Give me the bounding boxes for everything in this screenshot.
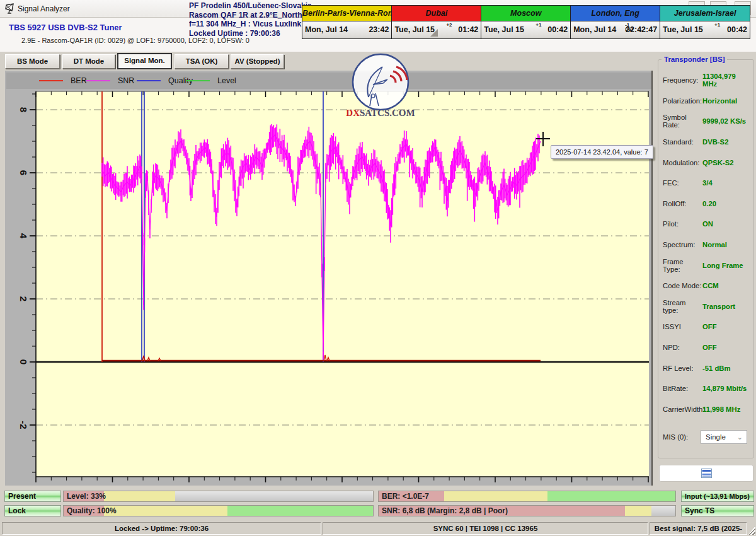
ts-list-icon [701, 469, 712, 478]
legend-label: Level [217, 76, 236, 85]
meter-segment [444, 491, 548, 501]
svg-text:0: 0 [18, 359, 29, 364]
crosshair-cursor [536, 138, 550, 139]
transponder-row: ISSYI OFF [663, 317, 751, 337]
transponder-label: RollOff: [663, 200, 702, 207]
transponder-row: Polarization: Horizontal [663, 91, 751, 112]
transponder-label: BitRate: [663, 385, 702, 392]
tab-av[interactable]: AV (Stopped) [231, 54, 284, 69]
transponder-value: -51 dBm [702, 364, 731, 372]
clock-date: Tue, Jul 15 [394, 25, 435, 34]
clock-city-label: London, Eng [571, 6, 660, 21]
svg-text:-2: -2 [18, 421, 29, 429]
transponder-row: BitRate: 14,879 Mbit/s [663, 378, 751, 399]
level-meter: Level: 33% [63, 491, 374, 502]
clock-time: 22:42:47 [626, 25, 657, 34]
transponder-label: CarrierWidth: [663, 405, 702, 413]
transponder-value: 0.20 [702, 200, 716, 207]
tab-tsa[interactable]: TSA (OK) [175, 54, 229, 69]
tab-signal-mon[interactable]: Signal Mon. [117, 53, 172, 69]
site-line: Locked Uptime : 79:00:36 [189, 29, 312, 38]
mis-selected-value: Single [706, 433, 726, 441]
transponder-row: Pilot: ON [663, 214, 751, 235]
clock-resize-grip[interactable] [430, 29, 438, 37]
transponder-label: Modulation: [663, 159, 702, 166]
transponder-value: Horizontal [702, 97, 737, 105]
clock-date: Mon, Jul 14 [305, 25, 348, 34]
svg-text:4: 4 [18, 233, 29, 239]
tab-bs-mode[interactable]: BS Mode [5, 54, 60, 69]
status-sync-counters: SYNC 60 | TEI 1098 | CC 13965 [323, 522, 648, 535]
window-title: Signal Analyzer [18, 4, 70, 13]
clock-time: 00:42 [547, 25, 568, 34]
ber-meter-label: BER: <1.0E-7 [382, 492, 429, 501]
clock-time: 23:42 [369, 25, 389, 34]
sync-ts-indicator: Sync TS [681, 505, 754, 516]
transponder-value: 9999,02 KS/s [702, 117, 746, 125]
clock-utc-offset: +1 [536, 22, 541, 27]
legend-item-snr: SNR [86, 73, 134, 89]
transponder-row: FEC: 3/4 [663, 173, 751, 194]
site-info-block: PF Prodelin 450/Lučenec-Slovakia Rascom … [189, 1, 312, 38]
clock-time-row: Tue, Jul 15 +1 00:42 [481, 21, 570, 38]
transponder-value: Long Frame [702, 262, 743, 269]
satellite-dish-icon [5, 3, 16, 14]
signal-chart-panel[interactable]: 86420-2 BER SNR Quality Level DXSATCS.CO… [5, 71, 653, 486]
dxsatcs-watermark-logo: DXSATCS.COM [343, 53, 418, 121]
status-lock-uptime: Locked -> Uptime: 79:00:36 [2, 522, 321, 535]
transponder-value: 14,879 Mbit/s [702, 385, 747, 392]
transponder-row: CarrierWidth: 11,998 MHz [663, 399, 751, 420]
chart-legend: BER SNR Quality Level [6, 73, 651, 89]
status-bar: Locked -> Uptime: 79:00:36 SYNC 60 | TEI… [0, 521, 756, 536]
mis-label: MIS (0): [663, 433, 701, 441]
transponder-label: Standard: [663, 138, 702, 146]
transponder-group-title: Transponder [BS] [662, 55, 727, 63]
transponder-value: DVB-S2 [702, 138, 728, 146]
tab-dt-mode[interactable]: DT Mode [62, 54, 115, 69]
transponder-label: NPD: [663, 344, 702, 351]
clock-3: London, Eng Mon, Jul 14 -1DST 22:42:47 [571, 6, 660, 38]
legend-label: SNR [118, 76, 134, 85]
clock-date: Tue, Jul 15 [484, 25, 524, 34]
mis-row: MIS (0): Single ⌄ [663, 430, 751, 444]
transponder-row: NPD: OFF [663, 337, 751, 358]
svg-text:2: 2 [18, 296, 29, 301]
transponder-label: FEC: [663, 179, 702, 187]
site-line: Rascom QAF 1R at 2.9°E_North [189, 11, 312, 20]
ber-meter: BER: <1.0E-7 [378, 491, 676, 502]
transport-stream-button[interactable] [659, 465, 753, 482]
world-clocks-widget[interactable]: Berlin-Paris-Vienna-Roma Mon, Jul 14 23:… [302, 5, 750, 39]
legend-item-quality: Quality [137, 73, 193, 89]
clock-time-row: Mon, Jul 14 23:42 [302, 21, 391, 38]
transponder-value: OFF [702, 344, 717, 351]
clock-4: Jerusalem-Israel Tue, Jul 15 +1 00:42 [660, 6, 750, 38]
transponder-label: ISSYI [663, 323, 702, 330]
transponder-label: Frequency: [663, 76, 702, 84]
level-meter-label: Level: 33% [67, 492, 106, 501]
transponder-row: Stream type: Transport [663, 296, 751, 317]
transponder-label: Symbol Rate: [663, 114, 702, 129]
lock-indicator: Lock [4, 505, 61, 516]
watermark-text-rest: SATCS.COM [360, 108, 415, 118]
clock-city-label: Moscow [481, 6, 570, 21]
snr-meter: SNR: 6,8 dB (Margin: 2,8 dB | Poor) [378, 505, 676, 516]
transponder-row: Symbol Rate: 9999,02 KS/s [663, 111, 751, 132]
transponder-row: Standard: DVB-S2 [663, 132, 751, 153]
status-best-signal: Best signal: 7,5 dB (2025-07-12 23:58) [650, 522, 747, 535]
tuner-title: TBS 5927 USB DVB-S2 Tuner [9, 23, 122, 32]
clock-utc-offset: +2 [446, 22, 452, 27]
transponder-label: Spectrum: [663, 241, 702, 248]
transponder-value: 11304,979 MHz [702, 73, 751, 88]
resize-grip[interactable] [748, 526, 755, 535]
clock-date: Mon, Jul 14 [573, 25, 616, 34]
mis-dropdown[interactable]: Single ⌄ [701, 430, 747, 444]
transponder-value: OFF [702, 323, 717, 330]
watermark-text-dx: DX [346, 108, 360, 118]
snr-meter-label: SNR: 6,8 dB (Margin: 2,8 dB | Poor) [382, 506, 508, 515]
signal-chart[interactable]: 86420-2 [5, 71, 653, 486]
svg-text:6: 6 [18, 170, 29, 175]
quality-meter: Quality: 100% [63, 505, 374, 516]
transponder-value: Transport [702, 303, 735, 310]
legend-item-ber: BER [39, 73, 87, 89]
svg-text:8: 8 [18, 107, 29, 112]
